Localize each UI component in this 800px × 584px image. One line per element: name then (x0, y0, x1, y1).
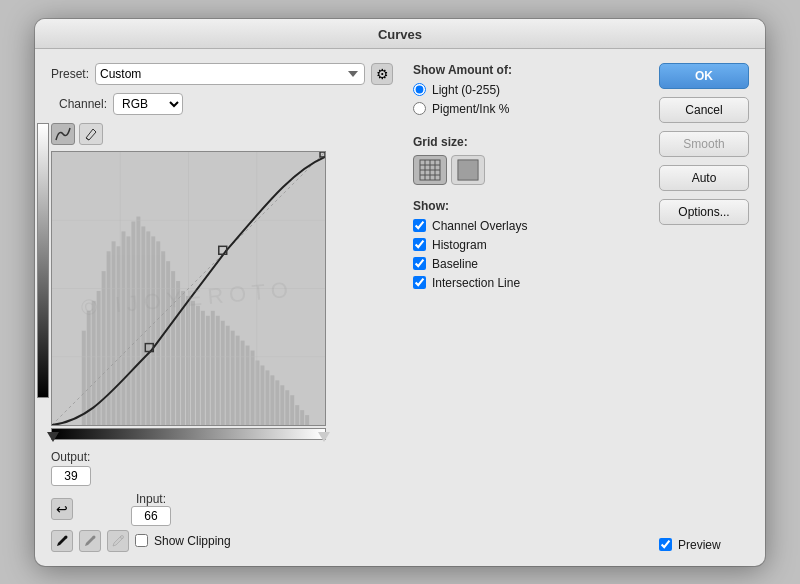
options-button[interactable]: Options... (659, 199, 749, 225)
input-label: Input: (136, 492, 166, 506)
bottom-controls: ↩ Input: (51, 492, 393, 552)
svg-rect-27 (211, 310, 215, 424)
svg-rect-1 (82, 330, 86, 424)
svg-point-58 (65, 535, 68, 538)
svg-rect-18 (166, 261, 170, 425)
ok-button[interactable]: OK (659, 63, 749, 89)
curves-dialog: Curves Preset: Custom ⚙ Channel: RGB (35, 19, 765, 566)
svg-rect-42 (285, 390, 289, 425)
white-triangle[interactable] (318, 432, 330, 442)
svg-rect-8 (117, 246, 121, 425)
grid-size-buttons (413, 155, 649, 185)
middle-panel: Show Amount of: Light (0-255) Pigment/In… (403, 63, 649, 552)
grid-4x4-icon (419, 159, 441, 181)
svg-rect-41 (280, 385, 284, 425)
gray-eyedropper-button[interactable] (79, 530, 101, 552)
svg-rect-25 (201, 310, 205, 424)
dialog-title: Curves (378, 27, 422, 42)
intersection-line-label: Intersection Line (432, 276, 520, 290)
auto-reset-button[interactable]: ↩ (51, 498, 73, 520)
svg-rect-14 (146, 231, 150, 425)
output-input[interactable]: 39 (51, 466, 91, 486)
svg-rect-36 (256, 360, 260, 425)
svg-rect-9 (121, 231, 125, 425)
show-section: Show: Channel Overlays Histogram Baselin… (413, 199, 649, 295)
svg-rect-40 (275, 380, 279, 425)
svg-rect-24 (196, 305, 200, 424)
light-radio[interactable] (413, 83, 426, 96)
svg-rect-10 (126, 236, 130, 425)
svg-rect-17 (161, 251, 165, 425)
histogram-checkbox[interactable] (413, 238, 426, 251)
svg-rect-30 (226, 325, 230, 424)
vertical-gradient (37, 123, 49, 398)
channel-overlays-checkbox[interactable] (413, 219, 426, 232)
grid-4x4-button[interactable] (413, 155, 447, 185)
svg-rect-33 (241, 340, 245, 424)
svg-rect-31 (231, 330, 235, 424)
channel-overlays-row: Channel Overlays (413, 219, 649, 233)
pigment-radio[interactable] (413, 102, 426, 115)
grid-10x10-button[interactable] (451, 155, 485, 185)
preset-row: Preset: Custom ⚙ (51, 63, 393, 85)
curve-tool-button[interactable] (51, 123, 75, 145)
pigment-label: Pigment/Ink % (432, 102, 509, 116)
svg-rect-12 (136, 216, 140, 424)
grid-size-title: Grid size: (413, 135, 649, 149)
svg-rect-22 (186, 295, 190, 424)
cancel-button[interactable]: Cancel (659, 97, 749, 123)
svg-rect-26 (206, 315, 210, 424)
show-clipping-checkbox[interactable] (135, 534, 148, 547)
show-amount-section: Show Amount of: Light (0-255) Pigment/In… (413, 63, 649, 121)
grid-10x10-icon (457, 159, 479, 181)
show-title: Show: (413, 199, 649, 213)
baseline-checkbox[interactable] (413, 257, 426, 270)
show-clipping-label: Show Clipping (154, 534, 231, 548)
svg-rect-28 (216, 315, 220, 424)
svg-rect-6 (107, 251, 111, 425)
svg-rect-11 (131, 221, 135, 425)
preset-label: Preset: (51, 67, 89, 81)
svg-rect-46 (305, 415, 309, 425)
input-input[interactable] (131, 506, 171, 526)
light-radio-row: Light (0-255) (413, 83, 649, 97)
title-bar: Curves (35, 19, 765, 49)
svg-rect-39 (270, 375, 274, 425)
output-row: Output: (51, 450, 393, 464)
black-eyedropper-button[interactable] (51, 530, 73, 552)
smooth-button[interactable]: Smooth (659, 131, 749, 157)
intersection-line-checkbox[interactable] (413, 276, 426, 289)
channel-overlays-label: Channel Overlays (432, 219, 527, 233)
svg-rect-32 (236, 335, 240, 424)
auto-button[interactable]: Auto (659, 165, 749, 191)
channel-row: Channel: RGB (51, 93, 393, 115)
black-triangle[interactable] (47, 432, 59, 442)
svg-rect-23 (191, 300, 195, 424)
horizontal-gradient (51, 428, 326, 440)
gear-button[interactable]: ⚙ (371, 63, 393, 85)
svg-rect-38 (265, 370, 269, 425)
right-panel: OK Cancel Smooth Auto Options... Preview (659, 63, 749, 552)
svg-rect-37 (260, 365, 264, 425)
preset-select[interactable]: Custom (95, 63, 365, 85)
svg-rect-2 (87, 310, 91, 424)
preview-row: Preview (659, 538, 749, 552)
svg-rect-13 (141, 226, 145, 425)
channel-select[interactable]: RGB (113, 93, 183, 115)
preview-checkbox[interactable] (659, 538, 672, 551)
show-amount-title: Show Amount of: (413, 63, 649, 77)
curve-canvas[interactable]: © IJOYEROTO (51, 151, 326, 426)
histogram-label: Histogram (432, 238, 487, 252)
light-label: Light (0-255) (432, 83, 500, 97)
svg-rect-29 (221, 320, 225, 424)
white-eyedropper-button[interactable] (107, 530, 129, 552)
pigment-radio-row: Pigment/Ink % (413, 102, 649, 116)
channel-label: Channel: (59, 97, 107, 111)
svg-rect-7 (112, 241, 116, 425)
svg-rect-34 (246, 345, 250, 424)
grid-size-section: Grid size: (413, 135, 649, 185)
preview-label: Preview (678, 538, 721, 552)
curve-tools (51, 123, 393, 145)
pencil-tool-button[interactable] (79, 123, 103, 145)
svg-rect-15 (151, 236, 155, 425)
